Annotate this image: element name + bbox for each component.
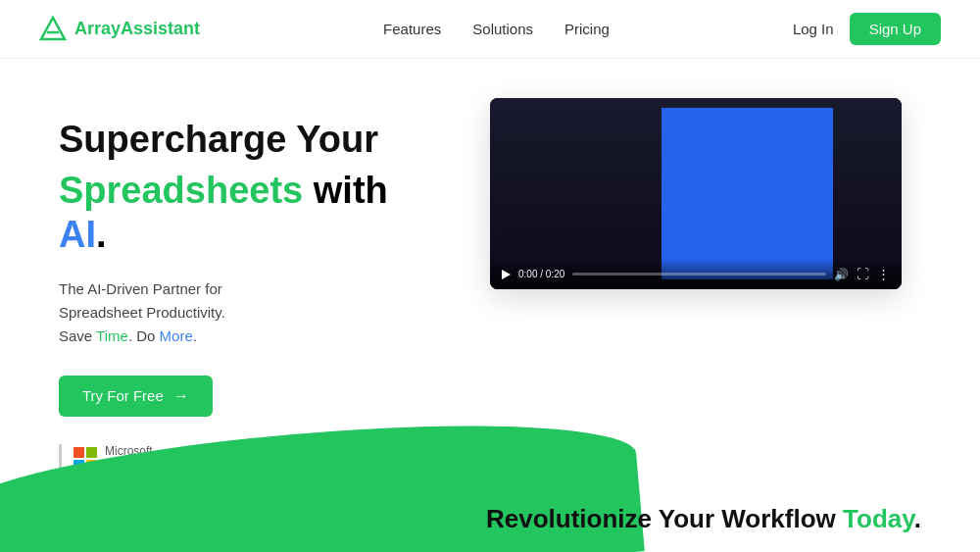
- hero-section: Supercharge Your Spreadsheets with AI. T…: [0, 59, 980, 475]
- try-for-free-button[interactable]: Try For Free →: [59, 376, 213, 417]
- more-options-button[interactable]: ⋮: [877, 267, 890, 281]
- nav-features[interactable]: Features: [383, 21, 441, 37]
- time-display: 0:00 / 0:20: [518, 269, 564, 279]
- hero-right: 0:00 / 0:20 🔊 ⛶ ⋮: [490, 98, 921, 289]
- arrow-icon: →: [173, 387, 189, 405]
- hero-ai: AI: [59, 214, 96, 255]
- header-actions: Log In Sign Up: [793, 13, 941, 45]
- hero-with: with: [303, 170, 388, 211]
- hero-period: .: [96, 214, 107, 255]
- more-link[interactable]: More: [160, 327, 193, 344]
- play-icon: [502, 270, 511, 279]
- hero-title-line1: Supercharge Your: [59, 118, 431, 163]
- signup-button[interactable]: Sign Up: [850, 13, 941, 45]
- hero-spreadsheets: Spreadsheets: [59, 170, 303, 211]
- hero-left: Supercharge Your Spreadsheets with AI. T…: [59, 108, 431, 475]
- volume-icon: 🔊: [834, 268, 849, 281]
- more-options-icon: ⋮: [877, 267, 890, 281]
- nav-pricing[interactable]: Pricing: [564, 21, 610, 37]
- login-button[interactable]: Log In: [793, 21, 834, 37]
- video-player[interactable]: 0:00 / 0:20 🔊 ⛶ ⋮: [490, 98, 902, 289]
- logo[interactable]: ArrayAssistant: [39, 16, 200, 43]
- hero-subtitle: The AI-Driven Partner for Spreadsheet Pr…: [59, 277, 431, 348]
- nav-solutions[interactable]: Solutions: [472, 21, 533, 37]
- volume-button[interactable]: 🔊: [834, 268, 849, 281]
- fullscreen-icon: ⛶: [857, 267, 869, 281]
- main-nav: Features Solutions Pricing: [383, 21, 610, 37]
- hero-title-line2: Spreadsheets with AI.: [59, 169, 431, 258]
- video-controls: 0:00 / 0:20 🔊 ⛶ ⋮: [490, 259, 902, 289]
- bottom-tagline: Revolutionize Your Workflow Today.: [486, 504, 921, 534]
- progress-bar[interactable]: [572, 273, 826, 276]
- bottom-section: Revolutionize Your Workflow Today.: [0, 425, 980, 552]
- logo-text: ArrayAssistant: [74, 19, 200, 39]
- logo-icon: [39, 16, 67, 43]
- fullscreen-button[interactable]: ⛶: [857, 267, 869, 281]
- site-header: ArrayAssistant Features Solutions Pricin…: [0, 0, 980, 59]
- time-link[interactable]: Time: [96, 327, 128, 344]
- play-button[interactable]: [502, 270, 511, 279]
- svg-marker-0: [41, 18, 65, 39]
- video-content: [662, 108, 833, 279]
- video-screen: 0:00 / 0:20 🔊 ⛶ ⋮: [490, 98, 902, 289]
